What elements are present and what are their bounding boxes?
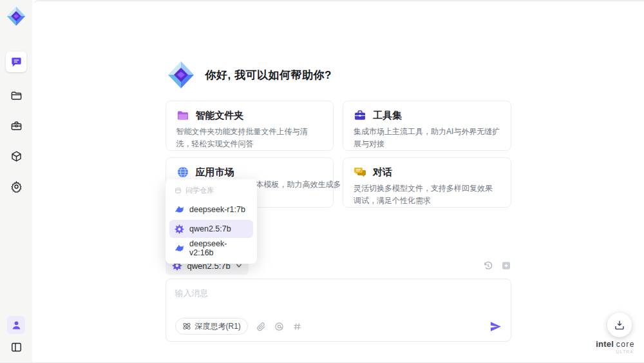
new-chat-icon[interactable] <box>501 260 511 271</box>
folder-icon <box>10 90 23 102</box>
card-title: 工具集 <box>373 110 402 122</box>
main-panel: 你好, 我可以如何帮助你? 智能文件夹 智能文件夹功能支持批量文件上传与清洗，轻… <box>32 0 644 362</box>
model-option-deepseek-r1[interactable]: deepseek-r1:7b <box>169 201 253 219</box>
sidebar-item-folders[interactable] <box>10 89 23 102</box>
hash-grid-icon[interactable] <box>292 322 302 331</box>
intel-product: core <box>616 340 635 349</box>
model-dropdown-header: 问学仓库 <box>169 184 253 201</box>
assistant-logo-icon <box>166 59 196 90</box>
deepseek-icon <box>175 205 184 215</box>
atom-icon <box>182 322 191 331</box>
intel-tier: ultra <box>596 349 635 354</box>
deepseek-icon <box>175 244 184 253</box>
intel-brand: intel <box>596 339 614 349</box>
model-option-label: qwen2.5:7b <box>189 224 231 233</box>
card-desc: 集成市场上主流工具，助力AI与外界无缝扩展与对接 <box>354 126 500 150</box>
paperclip-icon[interactable] <box>256 322 266 331</box>
card-smart-folder[interactable]: 智能文件夹 智能文件夹功能支持批量文件上传与清洗，轻松实现文件问答 <box>166 101 334 151</box>
intel-core-badge: intel core ultra <box>596 339 635 354</box>
card-title: 对话 <box>373 166 392 179</box>
greeting: 你好, 我可以如何帮助你? <box>166 59 511 90</box>
chat-icon <box>10 56 23 68</box>
sidebar-item-chat[interactable] <box>6 52 26 72</box>
sidebar-item-collapse[interactable] <box>10 340 23 353</box>
briefcase-icon <box>10 120 23 132</box>
model-option-qwen[interactable]: qwen2.5:7b <box>169 220 253 238</box>
deep-think-toggle[interactable]: 深度思考(R1) <box>175 318 248 335</box>
briefcase-icon <box>354 109 366 122</box>
user-icon <box>11 320 22 331</box>
sidebar-item-models[interactable] <box>10 150 23 162</box>
model-option-label: deepseek-r1:7b <box>189 205 245 214</box>
card-title: 应用市场 <box>196 166 234 179</box>
download-button[interactable] <box>607 313 632 337</box>
download-icon <box>614 319 625 331</box>
sidebar-item-toolbox[interactable] <box>10 119 23 132</box>
sidebar-item-account[interactable] <box>7 316 25 334</box>
model-dropdown: 问学仓库 deepseek-r1:7b qwen2.5:7b deeps <box>166 179 257 264</box>
card-toolset[interactable]: 工具集 集成市场上主流工具，助力AI与外界无缝扩展与对接 <box>343 101 511 151</box>
gear-icon <box>10 181 23 193</box>
chat-bubbles-icon <box>354 166 366 179</box>
sidebar-item-settings[interactable] <box>10 180 23 193</box>
message-input[interactable]: 输入消息 <box>175 288 502 299</box>
at-circle-icon[interactable] <box>274 322 284 331</box>
folder-icon <box>176 109 189 122</box>
cube-icon <box>10 150 23 162</box>
app-logo-icon <box>5 5 27 27</box>
qwen-icon <box>175 224 184 234</box>
globe-icon <box>176 166 189 179</box>
card-desc: 智能文件夹功能支持批量文件上传与清洗，轻松实现文件问答 <box>176 126 323 150</box>
app-window: 你好, 我可以如何帮助你? 智能文件夹 智能文件夹功能支持批量文件上传与清洗，轻… <box>0 0 644 363</box>
card-desc: 灵活切换多模型文件，支持多样回复效果调试，满足个性化需求 <box>354 182 500 206</box>
model-option-label: deepseek-v2:16b <box>189 239 248 257</box>
deep-think-label: 深度思考(R1) <box>195 321 241 332</box>
card-title: 智能文件夹 <box>196 110 244 122</box>
message-composer[interactable]: 输入消息 深度思考(R1) <box>166 279 511 342</box>
repo-icon <box>175 187 182 194</box>
history-icon[interactable] <box>483 260 493 271</box>
greeting-title: 你好, 我可以如何帮助你? <box>205 68 332 83</box>
model-option-deepseek-v2[interactable]: deepseek-v2:16b <box>169 239 253 257</box>
sidebar <box>0 0 32 362</box>
card-desc-partial: 本模板，助力高效生成多 <box>256 179 341 191</box>
sidebar-bottom <box>7 316 25 353</box>
collapse-panel-icon <box>10 341 23 353</box>
card-dialogue[interactable]: 对话 灵活切换多模型文件，支持多样回复效果调试，满足个性化需求 <box>343 157 511 208</box>
send-icon[interactable] <box>489 320 502 333</box>
